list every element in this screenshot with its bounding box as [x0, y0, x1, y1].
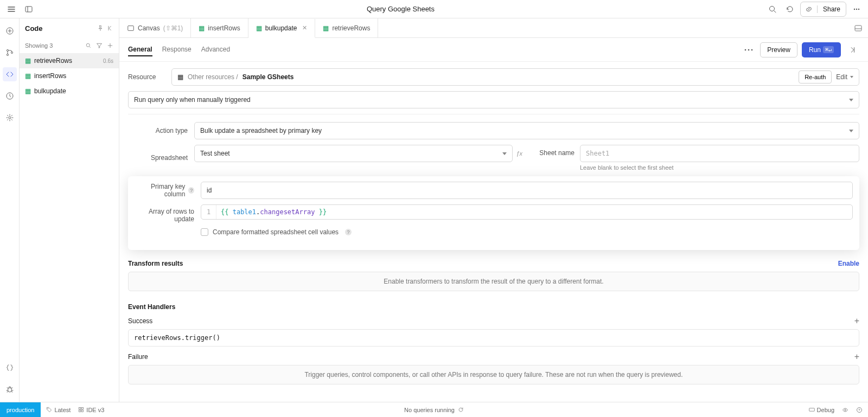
- run-button[interactable]: Run ⌘↵: [802, 42, 841, 57]
- resource-label: Resource: [128, 73, 166, 81]
- collapse-right-icon[interactable]: [845, 43, 859, 57]
- edit-resource-link[interactable]: Edit: [836, 73, 853, 81]
- rail-clock-icon[interactable]: [3, 89, 17, 103]
- run-shortcut: ⌘↵: [823, 46, 834, 53]
- config-header: General Response Advanced Preview Run ⌘↵: [119, 38, 868, 62]
- tab-canvas[interactable]: Canvas (⇧⌘1): [119, 18, 191, 37]
- add-failure-handler-icon[interactable]: +: [854, 352, 859, 362]
- svg-point-21: [751, 49, 753, 50]
- svg-point-22: [48, 408, 48, 409]
- svg-text:?: ?: [858, 408, 860, 412]
- more-icon[interactable]: [850, 2, 864, 16]
- rows-update-input[interactable]: 1 {{ table1.changesetArray }}: [201, 204, 853, 220]
- action-type-value: Bulk update a spreadsheet by primary key: [200, 127, 322, 134]
- help-icon[interactable]: ?: [856, 407, 863, 413]
- sheet-name-input[interactable]: Sheet1: [580, 145, 859, 162]
- spreadsheet-select[interactable]: Test sheet: [194, 145, 513, 162]
- success-handler-box[interactable]: retrieveRows.trigger(): [128, 329, 859, 347]
- share-label: Share: [818, 5, 846, 13]
- svg-point-8: [7, 49, 8, 51]
- showing-count: Showing 3: [25, 42, 53, 49]
- pin-icon[interactable]: [97, 25, 104, 31]
- grid-icon: [78, 407, 84, 413]
- history-icon[interactable]: [783, 2, 797, 16]
- topbar: Query Google Sheets Share: [0, 0, 868, 18]
- action-type-label: Action type: [128, 127, 188, 134]
- query-item-bulkupdate[interactable]: ▦ bulkupdate: [20, 84, 119, 99]
- code-open: {{: [221, 208, 233, 216]
- reauth-button[interactable]: Re-auth: [799, 70, 832, 84]
- query-item-retrieverows[interactable]: ▦ retrieveRows 0.6s: [20, 53, 119, 68]
- svg-rect-27: [809, 408, 814, 412]
- environment-pill[interactable]: production: [0, 402, 41, 417]
- svg-rect-17: [855, 25, 861, 31]
- query-list: ▦ retrieveRows 0.6s ▦ insertRows ▦ bulku…: [20, 53, 119, 402]
- tab-canvas-shortcut: (⇧⌘1): [163, 24, 183, 32]
- add-success-handler-icon[interactable]: +: [854, 316, 859, 326]
- resource-name: Sample GSheets: [242, 73, 294, 81]
- tab-insertrows[interactable]: ▦ insertRows: [191, 18, 248, 37]
- close-icon[interactable]: ✕: [302, 24, 307, 31]
- panel-layout-icon[interactable]: [22, 2, 36, 16]
- rail-code-icon[interactable]: [3, 67, 17, 81]
- editor-tabbar: Canvas (⇧⌘1) ▦ insertRows ▦ bulkupdate ✕…: [119, 18, 868, 38]
- code-obj: table1: [233, 208, 256, 216]
- event-handlers-title: Event Handlers: [128, 303, 859, 311]
- menu-icon[interactable]: [4, 2, 18, 16]
- visibility-icon[interactable]: [842, 407, 848, 413]
- resource-selector[interactable]: ▦ Other resources / Sample GSheets Re-au…: [171, 68, 859, 86]
- rail-settings-icon[interactable]: [3, 111, 17, 125]
- compare-label: Compare formatted spreadsheet cell value…: [213, 228, 339, 236]
- add-query-icon[interactable]: [107, 42, 113, 49]
- refresh-icon[interactable]: [458, 407, 464, 413]
- search-small-icon[interactable]: [85, 42, 92, 49]
- collapse-left-icon[interactable]: [107, 25, 113, 31]
- tab-retrieverows[interactable]: ▦ retrieveRows: [315, 18, 378, 37]
- more-actions-icon[interactable]: [742, 43, 756, 57]
- sheets-icon: ▦: [25, 72, 31, 80]
- svg-rect-26: [82, 410, 84, 412]
- query-item-insertrows[interactable]: ▦ insertRows: [20, 68, 119, 84]
- fx-icon[interactable]: ƒx: [516, 150, 522, 157]
- tab-bulkupdate[interactable]: ▦ bulkupdate ✕: [248, 19, 316, 38]
- ide-version[interactable]: IDE v3: [78, 407, 104, 413]
- queries-running-label: No queries running: [404, 407, 455, 413]
- success-handler-code: retrieveRows.trigger(): [134, 334, 220, 342]
- rail-braces-icon[interactable]: [3, 361, 17, 375]
- rail-bug-icon[interactable]: [3, 382, 17, 396]
- ide-label: IDE v3: [86, 407, 104, 413]
- svg-point-20: [748, 49, 750, 50]
- config-tab-response[interactable]: Response: [162, 43, 192, 56]
- search-icon[interactable]: [765, 2, 780, 16]
- code-gutter: 1: [201, 205, 216, 219]
- primary-key-input[interactable]: id: [201, 182, 853, 199]
- info-icon[interactable]: ?: [345, 229, 352, 235]
- share-button[interactable]: Share: [800, 2, 846, 17]
- info-icon[interactable]: ?: [188, 187, 194, 194]
- sheets-icon: ▦: [323, 24, 329, 32]
- tag-icon: [46, 407, 52, 413]
- rail-branch-icon[interactable]: [3, 46, 17, 60]
- run-label: Run: [809, 46, 821, 54]
- failure-banner: Trigger queries, control components, or …: [128, 365, 859, 384]
- action-type-select[interactable]: Bulk update a spreadsheet by primary key: [194, 122, 859, 139]
- tab-label: bulkupdate: [265, 24, 297, 32]
- tab-label: insertRows: [208, 24, 240, 32]
- latest-indicator[interactable]: Latest: [46, 407, 71, 413]
- rail-add-icon[interactable]: [3, 24, 17, 38]
- transform-enable-link[interactable]: Enable: [838, 260, 859, 267]
- query-item-label: bulkupdate: [34, 87, 66, 95]
- filter-icon[interactable]: [96, 42, 103, 49]
- preview-button[interactable]: Preview: [760, 42, 797, 57]
- tab-label: retrieveRows: [332, 24, 370, 32]
- config-tab-advanced[interactable]: Advanced: [201, 43, 230, 56]
- debug-toggle[interactable]: Debug: [809, 407, 834, 413]
- panel-toggle-icon[interactable]: [854, 24, 863, 33]
- svg-point-2: [769, 6, 774, 11]
- svg-point-13: [8, 388, 11, 392]
- config-tab-general[interactable]: General: [128, 43, 152, 56]
- run-mode-select[interactable]: Run query only when manually triggered: [128, 91, 859, 108]
- primary-key-label: Primary key column: [135, 183, 185, 198]
- compare-checkbox[interactable]: [201, 228, 208, 236]
- svg-point-4: [854, 8, 855, 9]
